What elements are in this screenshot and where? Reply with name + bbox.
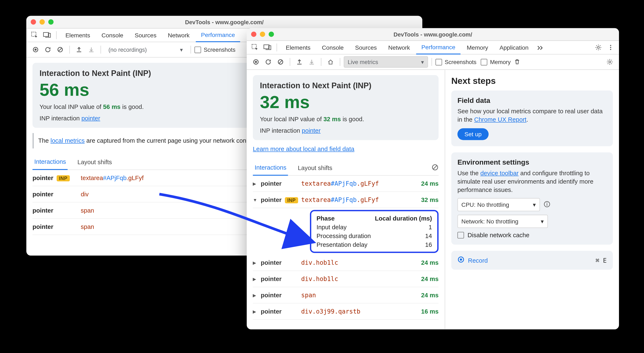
- interaction-row[interactable]: ▼pointer INPtextarea#APjFqb.gLFyf32 ms: [253, 192, 438, 208]
- cpu-throttling-select[interactable]: CPU: No throttling▾: [457, 198, 540, 211]
- tab-elements[interactable]: Elements: [280, 41, 316, 54]
- clear-icon[interactable]: [54, 44, 66, 56]
- inp-interaction-link[interactable]: pointer: [81, 115, 100, 122]
- more-tabs-icon[interactable]: [535, 42, 546, 53]
- device-toolbar-link[interactable]: device toolbar: [480, 169, 518, 177]
- tab-elements[interactable]: Elements: [60, 29, 95, 42]
- tab-network[interactable]: Network: [163, 29, 195, 42]
- tab-sources[interactable]: Sources: [130, 29, 162, 42]
- tab-memory[interactable]: Memory: [462, 41, 494, 54]
- record-shortcut: ⌘ E: [596, 257, 607, 264]
- env-title: Environment settings: [457, 158, 607, 166]
- download-icon[interactable]: [86, 44, 97, 56]
- tab-sources[interactable]: Sources: [350, 41, 382, 54]
- record-icon[interactable]: [250, 56, 262, 68]
- inp-badge: INP: [285, 197, 298, 203]
- tab-performance[interactable]: Performance: [196, 28, 240, 42]
- disable-cache-checkbox[interactable]: Disable network cache: [457, 232, 607, 239]
- kebab-icon[interactable]: [605, 42, 616, 53]
- download-icon[interactable]: [306, 56, 318, 68]
- local-metrics-link[interactable]: local metrics: [50, 137, 85, 144]
- duration-value: 32 ms: [408, 196, 438, 203]
- disclosure-closed-icon[interactable]: ▶: [253, 181, 261, 186]
- maximize-icon[interactable]: [48, 20, 54, 25]
- recordings-dropdown[interactable]: (no recordings) ▾: [104, 44, 187, 56]
- tab-layout-shifts[interactable]: Layout shifts: [76, 155, 114, 170]
- interaction-name: pointer: [261, 196, 282, 203]
- info-icon: [544, 201, 550, 209]
- inp-value: 32 ms: [260, 92, 432, 112]
- tab-interactions[interactable]: Interactions: [253, 160, 288, 176]
- tab-console[interactable]: Console: [96, 29, 129, 42]
- performance-toolbar: Live metrics ▾ Screenshots Memory: [247, 55, 619, 70]
- inp-interaction-link[interactable]: pointer: [302, 127, 320, 134]
- selector-text: textarea#APjFqb.gLFyf: [301, 180, 408, 187]
- device-toolbar-icon[interactable]: [262, 42, 273, 53]
- tab-performance[interactable]: Performance: [416, 41, 460, 55]
- clear-icon[interactable]: [275, 56, 286, 68]
- disclosure-open-icon[interactable]: ▼: [253, 197, 261, 202]
- memory-checkbox[interactable]: Memory: [481, 59, 511, 65]
- disclosure-closed-icon[interactable]: ▶: [253, 293, 261, 297]
- selector-text: div.o3j99.qarstb: [301, 308, 408, 315]
- disclosure-closed-icon[interactable]: ▶: [253, 276, 261, 281]
- interaction-name: pointer: [32, 223, 54, 230]
- duration-value: 16 ms: [408, 308, 438, 315]
- phase-label: Presentation delay: [316, 241, 375, 248]
- device-toolbar-icon[interactable]: [41, 30, 53, 41]
- minimize-icon[interactable]: [260, 32, 265, 37]
- svg-point-13: [610, 45, 611, 46]
- traffic-lights[interactable]: [26, 20, 58, 25]
- tab-layout-shifts[interactable]: Layout shifts: [296, 160, 334, 175]
- network-throttling-select[interactable]: Network: No throttling▾: [457, 215, 548, 228]
- reload-record-icon[interactable]: [262, 56, 274, 68]
- svg-line-19: [279, 60, 282, 64]
- interaction-row[interactable]: ▶pointerdiv.o3j99.qarstb16 ms: [253, 303, 438, 320]
- learn-more-link[interactable]: Learn more about local and field data: [253, 145, 354, 153]
- disclosure-closed-icon[interactable]: ▶: [253, 309, 261, 314]
- record-icon[interactable]: [30, 44, 41, 56]
- next-steps-title: Next steps: [451, 76, 613, 86]
- home-icon[interactable]: [325, 56, 336, 68]
- reload-record-icon[interactable]: [42, 44, 54, 56]
- trash-icon[interactable]: [512, 56, 523, 68]
- disclosure-closed-icon[interactable]: ▶: [253, 260, 261, 265]
- svg-point-4: [34, 49, 36, 51]
- interaction-row[interactable]: ▶pointerspan24 ms: [253, 287, 438, 303]
- traffic-lights[interactable]: [247, 32, 278, 37]
- selector-text: div.hob1lc: [301, 275, 408, 282]
- interaction-row[interactable]: ▶pointerdiv.hob1lc24 ms: [253, 271, 438, 287]
- interaction-row[interactable]: ▶pointerdiv.hob1lc24 ms: [253, 255, 438, 271]
- close-icon[interactable]: [251, 32, 256, 37]
- tab-application[interactable]: Application: [494, 41, 534, 54]
- selector-text: textarea#APjFqb.gLFyf: [301, 196, 408, 203]
- record-dot-icon[interactable]: [457, 256, 464, 264]
- crux-link[interactable]: Chrome UX Report: [474, 116, 526, 123]
- settings-icon[interactable]: [593, 42, 604, 53]
- upload-icon[interactable]: [294, 56, 305, 68]
- settings-icon[interactable]: [604, 56, 616, 68]
- screenshots-checkbox[interactable]: Screenshots: [194, 46, 236, 53]
- upload-icon[interactable]: [74, 44, 85, 56]
- interaction-name: pointer: [261, 180, 282, 187]
- setup-button[interactable]: Set up: [457, 128, 489, 140]
- interaction-row[interactable]: ▶pointertextarea#APjFqb.gLFyf24 ms: [253, 176, 438, 192]
- chevron-down-icon: ▾: [533, 201, 536, 208]
- tab-network[interactable]: Network: [383, 41, 415, 54]
- inspect-icon[interactable]: [250, 42, 261, 53]
- window-title: DevTools - www.google.com/: [247, 31, 619, 38]
- tab-console[interactable]: Console: [316, 41, 349, 54]
- minimize-icon[interactable]: [40, 20, 45, 25]
- record-button[interactable]: Record: [468, 257, 488, 264]
- interaction-name: pointer: [261, 292, 282, 299]
- devtools-tabstrip: Elements Console Sources Network Perform…: [247, 41, 619, 55]
- inspect-icon[interactable]: [29, 30, 40, 41]
- tab-interactions[interactable]: Interactions: [32, 154, 68, 170]
- interaction-name: pointer: [32, 174, 54, 181]
- maximize-icon[interactable]: [268, 32, 274, 37]
- close-icon[interactable]: [31, 20, 36, 25]
- recordings-dropdown[interactable]: Live metrics ▾: [344, 56, 428, 68]
- inp-badge: INP: [57, 175, 70, 181]
- screenshots-checkbox[interactable]: Screenshots: [436, 59, 476, 65]
- phase-value: 16: [375, 241, 432, 248]
